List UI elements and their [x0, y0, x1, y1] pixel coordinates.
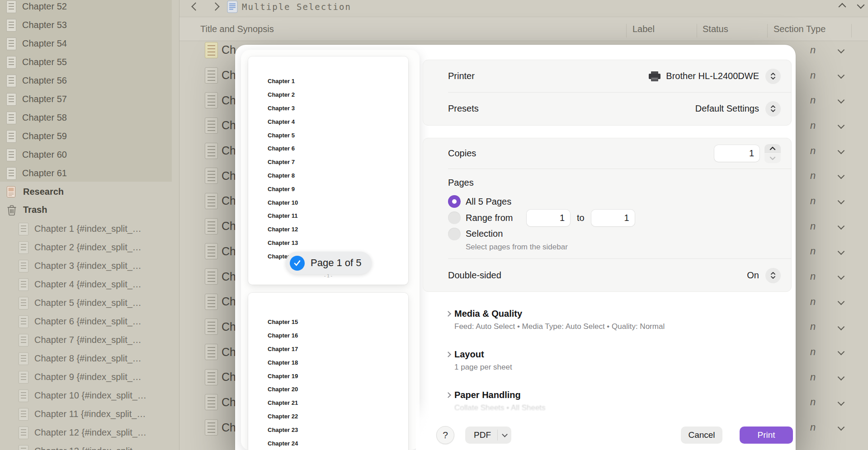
forward-icon[interactable]	[211, 2, 219, 10]
cancel-button[interactable]: Cancel	[681, 427, 722, 444]
copies-stepper[interactable]	[764, 144, 781, 163]
sidebar-item-chapter[interactable]: Chapter 58	[0, 108, 179, 127]
row-title-fragment: Ch	[222, 119, 236, 132]
sidebar-item-label: Chapter 53	[22, 20, 67, 30]
sidebar-item-chapter[interactable]: Chapter 61	[0, 164, 179, 183]
sidebar-item-trashed-chapter[interactable]: Chapter 1 {#index_split_…	[0, 220, 179, 238]
sidebar-item-trashed-chapter[interactable]: Chapter 13 {#index_split_…	[0, 442, 179, 450]
preview-chapter-line: Chapter 3	[268, 102, 408, 115]
print-preview-pane: Chapter 1Chapter 2Chapter 3Chapter 4Chap…	[241, 50, 420, 450]
row-section-type-fragment: n	[810, 422, 816, 433]
sidebar-item-trashed-chapter[interactable]: Chapter 8 {#index_split_…	[0, 349, 179, 368]
chevron-down-icon[interactable]	[838, 172, 845, 179]
radio-all-pages[interactable]: All 5 Pages	[448, 193, 791, 210]
research-folder-icon	[6, 186, 17, 198]
document-icon	[205, 168, 218, 184]
radio-range[interactable]: Range from 1 to 1	[448, 210, 791, 226]
sidebar-item-chapter[interactable]: Chapter 52	[0, 0, 179, 16]
radio-selection[interactable]: Selection	[448, 226, 791, 242]
double-sided-row: Double-sided On	[423, 259, 791, 292]
chevron-down-icon[interactable]	[838, 348, 845, 356]
help-button[interactable]: ?	[436, 426, 454, 444]
document-icon	[205, 243, 218, 259]
disclosure-header[interactable]: Layout	[446, 347, 790, 361]
sidebar-item-trashed-chapter[interactable]: Chapter 6 {#index_split_…	[0, 312, 179, 331]
print-dialog: Chapter 1Chapter 2Chapter 3Chapter 4Chap…	[235, 45, 796, 450]
document-icon	[19, 352, 28, 365]
range-from-input[interactable]: 1	[527, 210, 570, 226]
print-button[interactable]: Print	[740, 427, 793, 444]
preview-chapter-line: Chapter 18	[268, 356, 408, 369]
column-section-type[interactable]: Section Type	[774, 24, 826, 34]
sidebar-item-trashed-chapter[interactable]: Chapter 7 {#index_split_…	[0, 331, 179, 349]
preview-chapter-line: Chapter 10	[268, 196, 408, 209]
chevron-down-icon[interactable]	[838, 223, 845, 230]
sidebar-item-trashed-chapter[interactable]: Chapter 3 {#index_split_…	[0, 257, 179, 275]
copies-input[interactable]: 1	[714, 145, 760, 162]
chevron-down-icon[interactable]	[838, 323, 845, 330]
printer-select[interactable]	[765, 69, 781, 84]
chevron-down-icon[interactable]	[838, 273, 845, 280]
sidebar-item-trashed-chapter[interactable]: Chapter 11 {#index_split_…	[0, 405, 179, 423]
sidebar-item-chapter[interactable]: Chapter 54	[0, 34, 179, 53]
double-sided-select[interactable]	[765, 268, 781, 283]
row-title-fragment: Ch	[222, 421, 236, 434]
increment-icon[interactable]	[764, 144, 781, 154]
dialog-footer: ? PDF Cancel Print	[235, 418, 796, 450]
chevron-down-icon[interactable]	[838, 298, 845, 305]
sidebar-item-trashed-chapter[interactable]: Chapter 10 {#index_split_…	[0, 386, 179, 405]
chevron-down-icon[interactable]	[838, 71, 845, 79]
document-icon	[205, 419, 218, 436]
column-title-synopsis[interactable]: Title and Synopsis	[200, 24, 274, 34]
preview-page-1[interactable]: Chapter 1Chapter 2Chapter 3Chapter 4Chap…	[248, 56, 408, 285]
sidebar-item-trashed-chapter[interactable]: Chapter 4 {#index_split_…	[0, 275, 179, 294]
sidebar-item-label: Chapter 52	[22, 1, 67, 12]
column-label[interactable]: Label	[632, 24, 655, 34]
chevron-down-icon[interactable]	[838, 197, 845, 205]
radio-unselected-icon[interactable]	[448, 228, 461, 240]
chevron-right-icon	[445, 392, 451, 398]
sidebar-item-chapter[interactable]: Chapter 56	[0, 71, 179, 90]
sidebar-item-trashed-chapter[interactable]: Chapter 2 {#index_split_…	[0, 238, 179, 257]
multiple-selection-icon	[227, 0, 238, 15]
document-icon	[6, 167, 16, 180]
chevron-down-icon[interactable]	[838, 398, 845, 406]
sidebar-item-label: Chapter 6 {#index_split_…	[34, 316, 142, 327]
row-title-fragment: Ch	[222, 94, 236, 107]
chevron-down-icon[interactable]	[838, 424, 845, 431]
column-divider	[851, 24, 852, 38]
sidebar-item-chapter[interactable]: Chapter 53	[0, 16, 179, 34]
sidebar-item-trashed-chapter[interactable]: Chapter 12 {#index_split_…	[0, 423, 179, 442]
sidebar-item-trashed-chapter[interactable]: Chapter 9 {#index_split_…	[0, 368, 179, 386]
chevron-down-icon[interactable]	[838, 374, 845, 381]
divider	[497, 430, 498, 441]
disclosure-header[interactable]: Media & Quality	[446, 307, 790, 320]
radio-unselected-icon[interactable]	[448, 211, 461, 224]
sidebar-item-trashed-chapter[interactable]: Chapter 5 {#index_split_…	[0, 294, 179, 312]
sidebar-item-chapter[interactable]: Chapter 57	[0, 90, 179, 108]
sidebar-item-trash[interactable]: Trash	[0, 201, 179, 219]
sidebar-item-chapter[interactable]: Chapter 55	[0, 53, 179, 71]
next-document-icon[interactable]	[857, 1, 865, 9]
sidebar-item-label: Chapter 4 {#index_split_…	[34, 279, 142, 290]
sidebar-item-research[interactable]: Research	[0, 183, 179, 201]
sidebar-item-chapter[interactable]: Chapter 60	[0, 145, 179, 164]
document-icon	[19, 297, 28, 309]
chevron-down-icon[interactable]	[838, 248, 845, 255]
selected-chapter-list: Chapter 52 Chapter 53 Chapter 54 Chapter…	[0, 0, 179, 183]
section-title: Media & Quality	[454, 309, 522, 319]
decrement-icon[interactable]	[764, 154, 781, 163]
column-status[interactable]: Status	[703, 24, 728, 34]
chevron-down-icon[interactable]	[838, 47, 845, 54]
pdf-button[interactable]: PDF	[465, 427, 511, 444]
copies-label: Copies	[448, 148, 476, 159]
chevron-down-icon[interactable]	[838, 147, 845, 154]
presets-select[interactable]	[765, 101, 781, 117]
range-to-input[interactable]: 1	[591, 210, 635, 226]
sidebar-item-chapter[interactable]: Chapter 59	[0, 127, 179, 145]
chevron-down-icon[interactable]	[838, 97, 845, 104]
radio-selected-icon[interactable]	[448, 195, 461, 208]
back-icon[interactable]	[191, 2, 199, 10]
chevron-down-icon[interactable]	[838, 122, 845, 129]
previous-document-icon[interactable]	[839, 3, 846, 11]
